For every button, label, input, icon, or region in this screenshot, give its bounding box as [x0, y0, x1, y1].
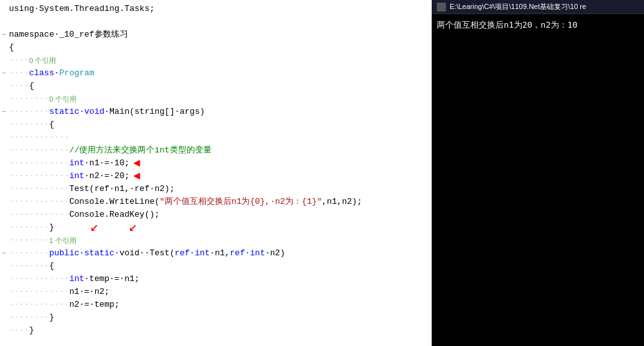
code-token: 0 个引用: [49, 93, 76, 105]
code-token: }: [49, 311, 54, 324]
code-line: ········0 个引用: [0, 93, 432, 105]
code-token: void··Test(: [120, 247, 175, 260]
code-line: ····0 个引用: [0, 54, 432, 67]
code-token: {: [9, 41, 14, 54]
indent-dots: ········: [9, 105, 49, 118]
indent-dots: ············: [9, 286, 69, 298]
terminal-titlebar: E:\Learing\C#\项目\1109.Net基础复习\10 re: [432, 0, 644, 14]
code-token: Console.WriteLine(: [69, 196, 160, 208]
code-token: "两个值互相交换后n1为{0},·n2为：{1}": [160, 196, 322, 208]
line-indicator: −: [0, 247, 8, 260]
indent-dots: ············: [9, 298, 69, 311]
code-token: 1 个引用: [49, 234, 76, 247]
code-token: int: [69, 273, 84, 286]
code-line: {: [0, 41, 432, 54]
code-token: int: [69, 157, 84, 170]
code-token: int: [250, 247, 265, 260]
indent-dots: ········: [9, 260, 49, 273]
code-line: ········{: [0, 260, 432, 273]
terminal-output: 两个值互相交换后n1为20，n2为：10: [437, 19, 639, 31]
code-token: Program: [59, 67, 95, 80]
line-indicator: −: [0, 105, 8, 118]
code-line: ············n1·=·n2;: [0, 286, 432, 298]
terminal-title: E:\Learing\C#\项目\1109.Net基础复习\10 re: [450, 2, 586, 12]
indent-dots: ············: [9, 196, 69, 208]
line-indicator: −: [0, 28, 8, 41]
indent-dots: ········: [9, 118, 49, 131]
code-token: ·temp·=·n1;: [84, 273, 140, 286]
code-token: }: [29, 324, 34, 337]
indent-dots: ········: [9, 221, 49, 234]
line-indicator: −: [0, 67, 8, 80]
code-token: static·: [84, 247, 120, 260]
code-token: Console.ReadKey();: [69, 208, 160, 221]
indent-dots: ········: [9, 247, 49, 260]
indent-dots: ········: [9, 234, 49, 247]
code-line: ············Test(ref·n1,·ref·n2);: [0, 183, 432, 196]
code-lines: using·System.Threading.Tasks;−namespace·…: [0, 3, 432, 337]
indent-dots: ····: [9, 67, 29, 80]
indent-dots: ············: [9, 170, 69, 183]
code-line: [0, 15, 432, 28]
code-token: {: [49, 260, 54, 273]
terminal-body: 两个值互相交换后n1为20，n2为：10: [432, 14, 644, 346]
indent-dots: ············: [9, 157, 69, 170]
indent-dots: ············: [9, 131, 69, 144]
indent-dots: ············: [9, 273, 69, 286]
code-token: ·n1·=·10;: [84, 157, 129, 170]
code-line: ············//使用方法来交换两个int类型的变量: [0, 144, 432, 157]
indent-dots: ········: [9, 311, 49, 324]
code-token: ref·: [174, 247, 194, 260]
code-token: }: [49, 221, 54, 234]
terminal-icon: [437, 3, 446, 12]
code-line: ········{: [0, 118, 432, 131]
indent-dots: ····: [9, 324, 29, 337]
code-token: 0 个引用: [29, 54, 56, 67]
indent-dots: ············: [9, 208, 69, 221]
code-line: ············: [0, 131, 432, 144]
code-line: −namespace·_10_ref参数练习: [0, 28, 432, 41]
code-line: ····{: [0, 80, 432, 93]
code-token: ·n1,: [210, 247, 230, 260]
arrow-indicator: ◄: [133, 170, 140, 183]
code-editor[interactable]: using·System.Threading.Tasks;−namespace·…: [0, 0, 432, 346]
code-token: public·: [49, 247, 84, 260]
indent-dots: ············: [9, 183, 69, 196]
code-token: ,n1,n2);: [322, 196, 362, 208]
arrow-indicator: ◄: [133, 157, 140, 170]
code-line: ············int·n1·=·10;◄: [0, 157, 432, 170]
code-line: ············n2·=·temp;: [0, 298, 432, 311]
code-token: {: [49, 118, 54, 131]
code-token: using·System.Threading.Tasks;: [9, 3, 154, 15]
indent-dots: ····: [9, 54, 29, 67]
code-token: ·n2): [265, 247, 285, 260]
code-token: int: [195, 247, 210, 260]
code-line: ············Console.WriteLine("两个值互相交换后n…: [0, 196, 432, 208]
code-token: ·n2·=·20;: [84, 170, 129, 183]
code-token: Main(string[]·args): [109, 105, 205, 118]
code-token: static·: [49, 105, 84, 118]
code-token: n1·=·n2;: [69, 286, 109, 298]
code-line: ············int·n2·=·20;◄: [0, 170, 432, 183]
indent-dots: ········: [9, 93, 49, 105]
code-line: −········public·static·void··Test(ref·in…: [0, 247, 432, 260]
terminal-pane: E:\Learing\C#\项目\1109.Net基础复习\10 re 两个值互…: [432, 0, 644, 346]
code-token: {: [29, 80, 34, 93]
code-line: ····}: [0, 324, 432, 337]
code-line: using·System.Threading.Tasks;: [0, 3, 432, 15]
code-line: ········1 个引用: [0, 234, 432, 247]
code-token: n2·=·temp;: [69, 298, 120, 311]
code-token: ref·: [230, 247, 250, 260]
code-token: //使用方法来交换两个int类型的变量: [69, 144, 212, 157]
code-line: ············Console.ReadKey();: [0, 208, 432, 221]
code-line: −········static·void·Main(string[]·args): [0, 105, 432, 118]
code-line: ············int·temp·=·n1;: [0, 273, 432, 286]
code-line: −····class·Program: [0, 67, 432, 80]
code-token: int: [69, 170, 84, 183]
code-token: Test(ref·n1,·ref·n2);: [69, 183, 175, 196]
code-token: namespace·_10_ref参数练习: [9, 28, 128, 41]
code-line: ········}: [0, 311, 432, 324]
code-line: ········}: [0, 221, 432, 234]
code-token: class·: [29, 67, 59, 80]
indent-dots: ············: [9, 144, 69, 157]
